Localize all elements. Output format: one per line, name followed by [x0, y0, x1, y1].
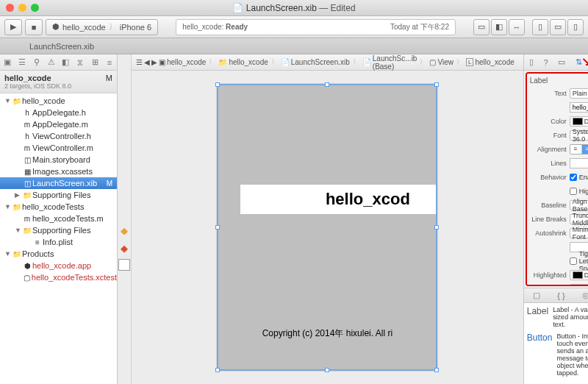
color-select[interactable]: Default	[570, 116, 588, 127]
jump-bar[interactable]: ☰ ◀ ▶ ▣hello_xcode 📁hello_xcode 📄LaunchS…	[132, 54, 523, 71]
tighten-checkbox[interactable]	[570, 257, 577, 265]
window-title-doc: LaunchScreen.xib	[246, 3, 317, 13]
inspector-tabs[interactable]: ▯ ? ▭ ⇅ ▭ → ↘	[524, 54, 588, 71]
doc-icon: 📄	[232, 3, 245, 13]
minimize-icon[interactable]	[18, 4, 26, 12]
attributes-insp-icon[interactable]: ⇅	[576, 57, 582, 67]
toggle-nav-button[interactable]: ▯	[532, 19, 548, 35]
tree-row[interactable]: ▼📁hello_xcode	[0, 95, 117, 107]
ib-canvas[interactable]: hello_xcod Copyright (c) 2014年 hixulei. …	[132, 71, 523, 384]
document-outline-gutter: ◆ ◆	[118, 54, 132, 384]
copyright-label[interactable]: Copyright (c) 2014年 hixulei. All ri	[218, 327, 436, 340]
font-select[interactable]: System Bold 36.0	[570, 130, 588, 141]
toggle-debug-button[interactable]: ▭	[550, 19, 566, 35]
lines-input[interactable]	[570, 158, 588, 168]
tree-row[interactable]: ◫Main.storyboard	[0, 154, 117, 166]
enabled-checkbox[interactable]	[570, 174, 577, 181]
editor-version-button[interactable]: ↔	[509, 19, 525, 35]
window-title-suffix: — Edited	[317, 3, 356, 13]
editor-assistant-button[interactable]: ◧	[491, 19, 507, 35]
text-type-select[interactable]: Plain	[570, 88, 588, 99]
toggle-util-button[interactable]: ▯	[567, 19, 584, 35]
tree-row[interactable]: ▼📁Products	[0, 248, 117, 260]
object-library: Label Label - A variably sized amount of…	[524, 302, 588, 384]
view-outline-icon[interactable]	[118, 259, 130, 271]
activity-status: hello_xcode: Ready Today at 下午8:22	[176, 19, 456, 35]
project-nav-icon[interactable]: ▣	[2, 57, 12, 67]
tree-row[interactable]: hAppDelegate.h	[0, 107, 117, 118]
utilities-panel: ▯ ? ▭ ⇅ ▭ → ↘ Label TextPlain ColorDefau…	[523, 54, 588, 384]
library-tabs[interactable]: ▢{ }◎▣	[524, 288, 588, 302]
target-icon: ⬢	[52, 22, 60, 32]
tree-row[interactable]: ▦Images.xcassets	[0, 166, 117, 177]
back-button[interactable]: ◀	[144, 58, 150, 66]
alignment-segmented[interactable]: ≡≡≡≡	[570, 144, 588, 154]
attributes-inspector: Label TextPlain ColorDefault FontSystem …	[526, 72, 588, 286]
help-insp-icon[interactable]: ?	[544, 58, 548, 67]
file-insp-icon[interactable]: ▯	[529, 57, 534, 67]
tree-row[interactable]: mViewController.m	[0, 142, 117, 154]
highlighted-color-select[interactable]: Default	[570, 270, 588, 280]
close-icon[interactable]	[6, 4, 14, 12]
baseline-select[interactable]: Align Baselines	[570, 200, 588, 210]
project-header[interactable]: hello_xcodeM 2 targets, iOS SDK 8.0	[0, 71, 117, 93]
highlighted-checkbox[interactable]	[570, 188, 577, 195]
tree-row[interactable]: ▼📁hello_xcodeTests	[0, 201, 117, 213]
tree-row[interactable]: ⬢hello_xcode.app	[0, 260, 117, 271]
document-tabbar: LaunchScreen.xib	[0, 38, 588, 54]
first-responder-icon[interactable]: ◆	[118, 241, 131, 255]
navigator-tabs[interactable]: ▣☰⚲⚠◧⧖⊞≡	[0, 54, 117, 71]
tree-row[interactable]: ≡Info.plist	[0, 236, 117, 248]
tree-row[interactable]: ▢hello_xcodeTests.xctest	[0, 271, 117, 283]
related-icon[interactable]: ☰	[136, 58, 143, 66]
tree-row[interactable]: hViewController.h	[0, 130, 117, 142]
library-item-label[interactable]: Label Label - A variably sized amount of…	[527, 306, 588, 328]
zoom-icon[interactable]	[31, 4, 39, 12]
file-tree: ▼📁hello_xcodehAppDelegate.hmAppDelegate.…	[0, 93, 117, 384]
editor-standard-button[interactable]: ▭	[473, 19, 490, 35]
editor-area: ☰ ◀ ▶ ▣hello_xcode 📁hello_xcode 📄LaunchS…	[132, 54, 523, 384]
run-button[interactable]: ▶	[4, 19, 22, 35]
tree-row[interactable]: mhello_xcodeTests.m	[0, 213, 117, 224]
navigator-panel: ▣☰⚲⚠◧⧖⊞≡ hello_xcodeM 2 targets, iOS SDK…	[0, 54, 118, 384]
library-item-button[interactable]: Button Button - Intercepts touch events …	[527, 333, 588, 377]
section-label: Label	[530, 77, 588, 85]
title-label[interactable]: hello_xcod	[240, 185, 436, 214]
scheme-selector[interactable]: ⬢ hello_xcode 〉 iPhone 6	[46, 19, 158, 35]
shadow-color-select[interactable]: Default	[570, 284, 588, 286]
file-owner-icon[interactable]: ◆	[118, 224, 131, 237]
tree-row[interactable]: ▼📁Supporting Files	[0, 224, 117, 236]
tree-row[interactable]: mAppDelegate.m	[0, 118, 117, 130]
text-value-input[interactable]	[570, 102, 588, 113]
autoshrink-select[interactable]: Minimum Font Size	[570, 228, 588, 238]
window-titlebar: 📄 LaunchScreen.xib — Edited	[0, 0, 588, 16]
identity-insp-icon[interactable]: ▭	[558, 57, 565, 67]
main-toolbar: ▶ ■ ⬢ hello_xcode 〉 iPhone 6 hello_xcode…	[0, 16, 588, 38]
view-root[interactable]: hello_xcod Copyright (c) 2014年 hixulei. …	[217, 84, 437, 371]
tree-row[interactable]: ◫LaunchScreen.xibM	[0, 177, 117, 189]
stop-button[interactable]: ■	[25, 19, 43, 35]
tree-row[interactable]: ▶📁Supporting Files	[0, 189, 117, 201]
forward-button[interactable]: ▶	[151, 58, 157, 66]
linebreak-select[interactable]: Truncate Middle	[570, 214, 588, 224]
document-tab[interactable]: LaunchScreen.xib	[29, 42, 94, 51]
